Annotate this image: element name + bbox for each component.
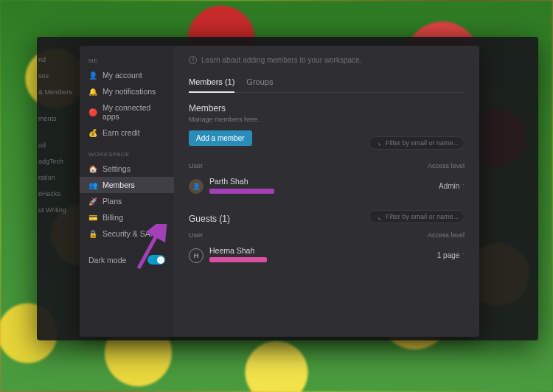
members-filter-wrap	[369, 136, 465, 150]
people-icon: 👥	[88, 181, 97, 189]
home-icon: 🏠	[88, 164, 97, 173]
sidebar-section-workspace: WORKSPACE	[80, 147, 174, 161]
members-tabs: Members (1) Groups	[189, 77, 465, 93]
add-member-button[interactable]: Add a member	[189, 130, 252, 146]
bell-icon: 🔔	[88, 87, 97, 96]
account-icon: 👤	[88, 71, 97, 80]
sidebar-item-my-notifications[interactable]: 🔔 My notifications	[80, 83, 174, 99]
user-name: Heema Shah	[209, 246, 267, 256]
member-row: 👤 Parth Shah Admin ˇ	[189, 174, 465, 206]
guest-row: H Heema Shah 1 page ˇ	[189, 243, 465, 276]
tab-groups[interactable]: Groups	[246, 77, 273, 92]
user-cell[interactable]: 👤 Parth Shah	[189, 177, 274, 196]
sidebar-item-label: Billing	[102, 213, 123, 222]
members-subtext: Manage members here.	[189, 116, 465, 123]
app-icon: 🔴	[88, 108, 97, 116]
dark-mode-toggle[interactable]	[147, 255, 165, 265]
access-level-dropdown[interactable]: 1 page ˇ	[437, 251, 465, 259]
dark-mode-label: Dark mode	[88, 256, 126, 265]
info-banner[interactable]: ? Learn about adding members to your wor…	[189, 56, 465, 77]
sidebar-item-label: Settings	[102, 164, 131, 173]
sidebar-item-earn-credit[interactable]: 💰 Earn credit	[80, 125, 174, 141]
chevron-down-icon: ˇ	[462, 252, 465, 259]
sidebar-item-members[interactable]: 👥 Members	[80, 177, 174, 193]
settings-modal: ME 👤 My account 🔔 My notifications 🔴 My …	[80, 46, 479, 337]
lock-icon: 🔒	[88, 229, 97, 238]
credit-icon: 💰	[88, 128, 97, 137]
user-cell[interactable]: H Heema Shah	[189, 246, 267, 265]
settings-main-panel: ? Learn about adding members to your wor…	[174, 46, 479, 337]
redacted-email	[209, 189, 274, 194]
sidebar-item-connected-apps[interactable]: 🔴 My connected apps	[80, 99, 174, 125]
access-level-dropdown[interactable]: Admin ˇ	[439, 182, 465, 190]
sidebar-item-label: Plans	[102, 197, 122, 206]
col-user: User	[189, 231, 203, 239]
sidebar-section-me: ME	[80, 53, 174, 67]
col-access: Access level	[428, 162, 465, 169]
sidebar-item-label: Members	[102, 181, 135, 189]
guests-filter-input[interactable]	[369, 210, 465, 223]
settings-sidebar: ME 👤 My account 🔔 My notifications 🔴 My …	[80, 46, 174, 337]
members-heading: Members	[189, 103, 465, 113]
guests-filter-wrap	[369, 210, 465, 223]
redacted-email	[209, 257, 267, 262]
dark-mode-row: Dark mode	[80, 248, 174, 272]
sidebar-item-label: My account	[102, 71, 142, 80]
rocket-icon: 🚀	[88, 197, 97, 206]
avatar: H	[189, 248, 204, 263]
sidebar-item-settings[interactable]: 🏠 Settings	[80, 161, 174, 177]
avatar: 👤	[189, 179, 204, 194]
guests-col-headers: User Access level	[189, 231, 465, 239]
guests-heading: Guests (1)	[189, 214, 230, 224]
sidebar-item-label: My notifications	[102, 87, 156, 96]
sidebar-item-plans[interactable]: 🚀 Plans	[80, 193, 174, 209]
chevron-down-icon: ˇ	[462, 183, 465, 189]
sidebar-item-label: Earn credit	[102, 128, 140, 137]
tab-members[interactable]: Members (1)	[189, 77, 234, 93]
card-icon: 💳	[88, 213, 97, 222]
members-col-headers: User Access level	[189, 162, 465, 169]
user-name: Parth Shah	[209, 177, 274, 186]
sidebar-item-my-account[interactable]: 👤 My account	[80, 67, 174, 83]
col-user: User	[189, 162, 203, 169]
sidebar-item-label: My connected apps	[102, 103, 165, 121]
members-filter-input[interactable]	[369, 136, 465, 150]
info-icon: ?	[189, 56, 197, 64]
parent-sidebar-partial: nd ses & Members ments od adgTech ration…	[38, 52, 79, 218]
info-banner-text: Learn about adding members to your works…	[201, 56, 361, 64]
sidebar-item-label: Security & SAML	[102, 229, 161, 238]
col-access: Access level	[428, 231, 465, 239]
sidebar-item-security[interactable]: 🔒 Security & SAML	[80, 225, 174, 242]
sidebar-item-billing[interactable]: 💳 Billing	[80, 209, 174, 225]
